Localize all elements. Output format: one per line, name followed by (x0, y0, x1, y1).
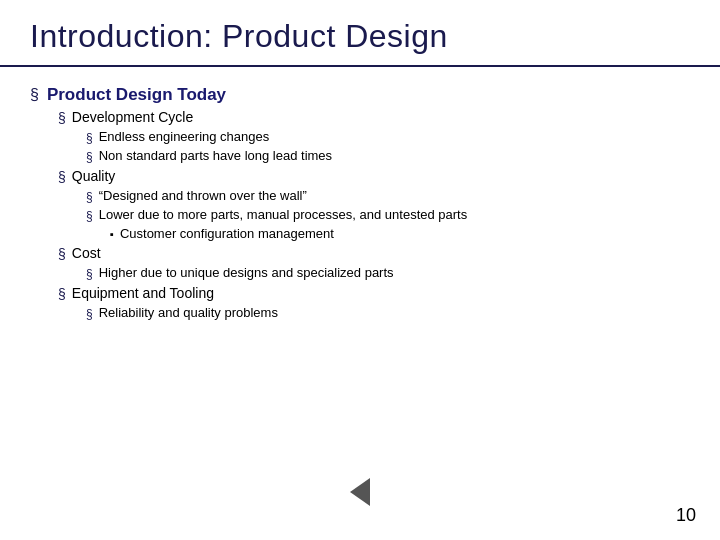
list-item: § Equipment and Tooling (58, 285, 690, 302)
list-item: § Non standard parts have long lead time… (86, 148, 690, 164)
l2-bullet-icon: § (58, 110, 66, 126)
list-item: § Quality (58, 168, 690, 185)
l3-bullet-icon: § (86, 190, 93, 204)
list-item: § Reliability and quality problems (86, 305, 690, 321)
slide-content: § Product Design Today § Development Cyc… (0, 79, 720, 334)
lower-due-label: Lower due to more parts, manual processe… (99, 207, 468, 222)
equipment-tooling-label: Equipment and Tooling (72, 285, 214, 301)
l4-bullet-icon: ▪ (110, 228, 114, 240)
slide: Introduction: Product Design § Product D… (0, 0, 720, 540)
list-item: ▪ Customer configuration management (110, 226, 690, 241)
l3-bullet-icon: § (86, 131, 93, 145)
development-cycle-label: Development Cycle (72, 109, 193, 125)
l1-bullet-icon: § (30, 86, 39, 104)
list-item: § Product Design Today (30, 85, 690, 105)
l2-bullet-icon: § (58, 169, 66, 185)
list-item: § Higher due to unique designs and speci… (86, 265, 690, 281)
svg-marker-0 (350, 478, 370, 506)
list-item: § Lower due to more parts, manual proces… (86, 207, 690, 223)
cost-label: Cost (72, 245, 101, 261)
list-item: § Endless engineering changes (86, 129, 690, 145)
endless-engineering-label: Endless engineering changes (99, 129, 270, 144)
reliability-label: Reliability and quality problems (99, 305, 278, 320)
l3-bullet-icon: § (86, 150, 93, 164)
l3-bullet-icon: § (86, 307, 93, 321)
l2-bullet-icon: § (58, 286, 66, 302)
list-item: § Development Cycle (58, 109, 690, 126)
list-item: § “Designed and thrown over the wall” (86, 188, 690, 204)
slide-header: Introduction: Product Design (0, 0, 720, 67)
designed-thrown-label: “Designed and thrown over the wall” (99, 188, 307, 203)
slide-title: Introduction: Product Design (30, 18, 690, 55)
l3-bullet-icon: § (86, 209, 93, 223)
quality-label: Quality (72, 168, 116, 184)
list-item: § Cost (58, 245, 690, 262)
l3-bullet-icon: § (86, 267, 93, 281)
nav-arrow[interactable] (342, 474, 378, 514)
l2-bullet-icon: § (58, 246, 66, 262)
non-standard-parts-label: Non standard parts have long lead times (99, 148, 332, 163)
higher-due-label: Higher due to unique designs and special… (99, 265, 394, 280)
page-number: 10 (676, 505, 696, 526)
customer-config-label: Customer configuration management (120, 226, 334, 241)
product-design-today-label: Product Design Today (47, 85, 226, 105)
